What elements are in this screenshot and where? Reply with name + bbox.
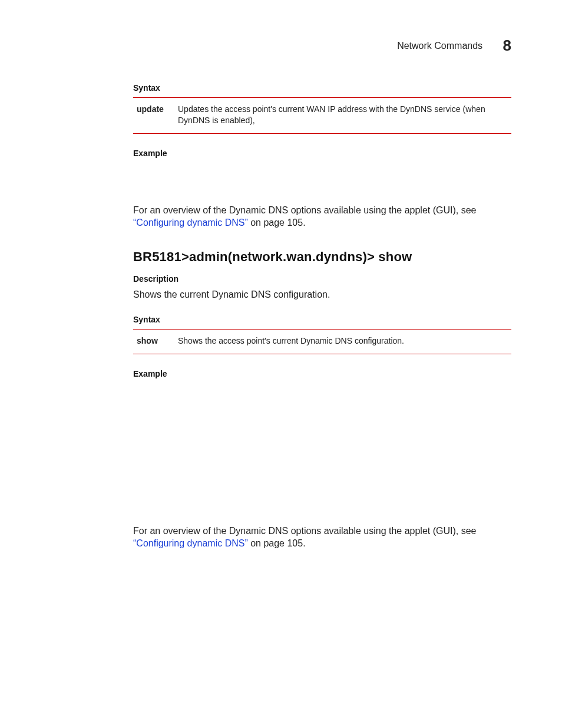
syntax-description: Shows the access point's current Dynamic…: [178, 335, 511, 347]
section-title: Network Commands: [397, 39, 482, 52]
syntax-row-update: update Updates the access point's curren…: [133, 101, 511, 131]
command-title: BR5181>admin(network.wan.dyndns)> show: [133, 248, 511, 266]
running-header: Network Commands 8: [397, 35, 511, 56]
example-heading: Example: [133, 148, 511, 159]
overview-text-post: on page 105.: [248, 538, 306, 548]
chapter-number: 8: [503, 35, 511, 56]
description-text: Shows the current Dynamic DNS configurat…: [133, 288, 511, 301]
overview-text-pre: For an overview of the Dynamic DNS optio…: [133, 526, 477, 536]
syntax-heading: Syntax: [133, 314, 511, 325]
overview-paragraph: For an overview of the Dynamic DNS optio…: [133, 204, 511, 229]
overview-text-pre: For an overview of the Dynamic DNS optio…: [133, 205, 477, 215]
syntax-row-show: show Shows the access point's current Dy…: [133, 333, 511, 351]
xref-link[interactable]: “Configuring dynamic DNS”: [133, 218, 248, 228]
xref-link[interactable]: “Configuring dynamic DNS”: [133, 538, 248, 548]
example-heading: Example: [133, 368, 511, 380]
overview-text-post: on page 105.: [248, 218, 306, 228]
description-heading: Description: [133, 274, 511, 285]
divider: [133, 97, 511, 98]
syntax-heading: Syntax: [133, 83, 511, 94]
divider: [133, 354, 511, 354]
syntax-command: show: [133, 335, 178, 347]
divider: [133, 329, 511, 330]
overview-paragraph: For an overview of the Dynamic DNS optio…: [133, 525, 511, 550]
divider: [133, 133, 511, 134]
syntax-description: Updates the access point's current WAN I…: [178, 104, 511, 126]
syntax-command: update: [133, 104, 178, 115]
